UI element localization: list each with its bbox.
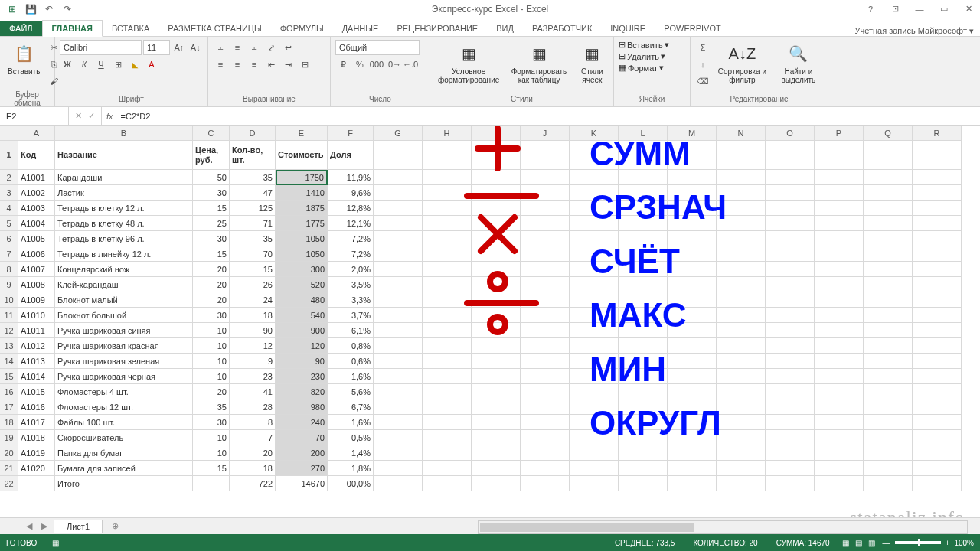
cell[interactable] (913, 262, 962, 277)
row-header-4[interactable]: 4 (0, 201, 18, 216)
cell[interactable] (766, 185, 815, 201)
cell[interactable] (472, 445, 521, 461)
cell[interactable]: Фломастеры 12 шт. (55, 399, 193, 415)
cell[interactable]: 10 (193, 445, 230, 461)
cell[interactable] (815, 308, 864, 323)
cell[interactable] (374, 231, 423, 246)
view-normal-icon[interactable]: ▦ (842, 539, 849, 547)
col-header-M[interactable]: M (668, 126, 717, 141)
cell[interactable]: A1006 (18, 246, 55, 262)
cell[interactable]: 722 (230, 476, 276, 491)
cell[interactable] (864, 323, 913, 338)
cell[interactable] (619, 216, 668, 231)
cell[interactable]: 20 (193, 292, 230, 308)
cell[interactable] (472, 461, 521, 476)
cell[interactable] (570, 185, 619, 201)
cell[interactable]: 50 (193, 170, 230, 185)
cell[interactable]: 1,6% (328, 369, 374, 384)
cond-format-button[interactable]: ▦Условное форматирование (435, 40, 502, 86)
cell[interactable] (815, 338, 864, 354)
cell[interactable] (864, 231, 913, 246)
cell[interactable]: 0,6% (328, 354, 374, 369)
cell[interactable]: 10 (193, 369, 230, 384)
cell[interactable]: Ручка шариковая красная (55, 338, 193, 354)
cell[interactable] (472, 277, 521, 292)
cell[interactable] (423, 445, 472, 461)
cell[interactable] (423, 354, 472, 369)
ribbon-collapse-icon[interactable]: ⊡ (884, 2, 906, 17)
sheet-nav-next-icon[interactable]: ▶ (38, 521, 51, 531)
cell[interactable] (815, 415, 864, 430)
cell[interactable] (766, 277, 815, 292)
cell[interactable]: 10 (193, 430, 230, 445)
align-top-icon[interactable]: ⫠ (213, 40, 228, 55)
cell[interactable]: 14670 (276, 476, 328, 491)
cell[interactable]: Кол-во, шт. (230, 141, 276, 170)
cell[interactable] (766, 141, 815, 170)
cell[interactable] (864, 430, 913, 445)
cell[interactable] (717, 277, 766, 292)
cell[interactable] (717, 231, 766, 246)
cell[interactable] (717, 415, 766, 430)
cell[interactable] (619, 415, 668, 430)
border-icon[interactable]: ⊞ (110, 57, 126, 72)
cell[interactable]: 10 (193, 323, 230, 338)
cell[interactable] (619, 308, 668, 323)
row-header-16[interactable]: 16 (0, 384, 18, 399)
col-header-J[interactable]: J (521, 126, 570, 141)
cell[interactable]: 28 (230, 399, 276, 415)
select-all[interactable] (0, 126, 18, 141)
cell[interactable]: 9 (230, 354, 276, 369)
cell[interactable]: 30 (193, 231, 230, 246)
cell[interactable] (423, 141, 472, 170)
cell[interactable] (766, 323, 815, 338)
cell[interactable] (374, 415, 423, 430)
font-color-icon[interactable]: A (144, 57, 159, 72)
cell[interactable]: 1,4% (328, 445, 374, 461)
cell[interactable] (423, 461, 472, 476)
cell[interactable] (423, 216, 472, 231)
cell[interactable] (374, 338, 423, 354)
cell[interactable] (864, 369, 913, 384)
cell[interactable]: A1020 (18, 461, 55, 476)
row-header-17[interactable]: 17 (0, 399, 18, 415)
currency-icon[interactable]: ₽ (335, 57, 351, 72)
cell[interactable]: 6,1% (328, 323, 374, 338)
cell[interactable] (717, 262, 766, 277)
cell[interactable] (374, 277, 423, 292)
cell[interactable] (374, 201, 423, 216)
cell[interactable] (570, 201, 619, 216)
cell[interactable]: 10 (193, 354, 230, 369)
cell[interactable] (472, 246, 521, 262)
decrease-font-icon[interactable]: A↓ (188, 40, 203, 55)
cell[interactable] (668, 323, 717, 338)
cell[interactable]: 230 (276, 369, 328, 384)
cell[interactable] (374, 308, 423, 323)
cell[interactable] (766, 231, 815, 246)
cell[interactable] (766, 262, 815, 277)
cell[interactable]: Тетрадь в клетку 48 л. (55, 216, 193, 231)
cell[interactable] (766, 292, 815, 308)
cell[interactable] (423, 338, 472, 354)
tab-data[interactable]: ДАННЫЕ (333, 21, 388, 36)
cell[interactable]: 900 (276, 323, 328, 338)
cell[interactable] (472, 338, 521, 354)
cell[interactable] (619, 170, 668, 185)
row-header-12[interactable]: 12 (0, 323, 18, 338)
col-header-A[interactable]: A (18, 126, 55, 141)
cell[interactable] (521, 338, 570, 354)
cell[interactable]: 240 (276, 415, 328, 430)
cell[interactable] (423, 292, 472, 308)
cell[interactable] (619, 476, 668, 491)
cell[interactable] (521, 445, 570, 461)
cell[interactable] (521, 185, 570, 201)
cell[interactable] (570, 277, 619, 292)
cell[interactable] (423, 369, 472, 384)
cell[interactable] (423, 399, 472, 415)
col-header-I[interactable]: I (472, 126, 521, 141)
cell[interactable] (570, 323, 619, 338)
cell[interactable]: 200 (276, 445, 328, 461)
cell[interactable] (521, 170, 570, 185)
col-header-Q[interactable]: Q (864, 126, 913, 141)
fill-color-icon[interactable]: ◣ (127, 57, 142, 72)
